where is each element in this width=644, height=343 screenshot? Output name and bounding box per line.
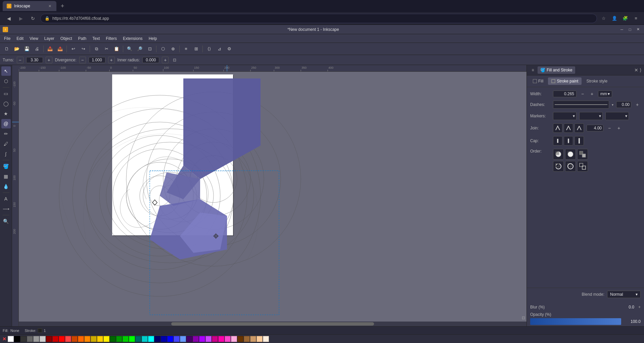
blur-plus-btn[interactable]: +: [638, 305, 641, 309]
back-button[interactable]: ◀: [4, 14, 13, 23]
zoom-tool[interactable]: 🔍: [1, 217, 11, 226]
dropper-tool[interactable]: 💧: [1, 182, 11, 191]
turns-plus-btn[interactable]: +: [46, 57, 52, 63]
gradient-tool[interactable]: ▦: [1, 172, 11, 181]
color-swatch-blue1[interactable]: [154, 336, 160, 342]
color-swatch-purple3[interactable]: [199, 336, 205, 342]
order-btn-4[interactable]: [553, 161, 564, 172]
canvas-wrapper[interactable]: -200 -150 -100 -50 0 50 100: [12, 65, 526, 326]
opacity-bar[interactable]: [530, 318, 621, 325]
color-swatch-orange2[interactable]: [78, 336, 84, 342]
settings-btn[interactable]: ⚙: [225, 44, 234, 54]
order-btn-5[interactable]: [565, 161, 576, 172]
color-swatch-red1[interactable]: [46, 336, 52, 342]
layers-btn[interactable]: ⊞: [191, 44, 201, 54]
tab-close-btn[interactable]: ✕: [47, 3, 52, 9]
remove-color-btn[interactable]: ✕: [1, 336, 7, 342]
order-btn-1[interactable]: [553, 149, 564, 160]
cap-butt-btn[interactable]: [553, 136, 562, 146]
color-swatch-gray2[interactable]: [27, 336, 33, 342]
inner-radius-plus-btn[interactable]: +: [162, 57, 169, 63]
new-tab-button[interactable]: +: [58, 1, 67, 11]
dashes-plus-btn[interactable]: +: [634, 101, 641, 108]
save-btn[interactable]: 💾: [22, 44, 32, 54]
join-minus-btn[interactable]: −: [606, 125, 613, 131]
cap-round-btn[interactable]: [564, 136, 573, 146]
tab-stroke-paint[interactable]: Stroke paint: [548, 77, 582, 85]
menu-filters[interactable]: Filters: [103, 36, 120, 42]
xml-btn[interactable]: ⟨⟩: [204, 44, 214, 54]
menu-icon[interactable]: ≡: [632, 14, 640, 22]
color-swatch-black[interactable]: [14, 336, 20, 342]
marker-mid-select[interactable]: ▾: [579, 112, 603, 120]
paste-btn[interactable]: 📋: [112, 44, 121, 54]
order-btn-6[interactable]: [577, 161, 588, 172]
color-swatch-white[interactable]: [8, 336, 14, 342]
bucket-tool[interactable]: 🪣: [1, 162, 11, 171]
marker-end-select[interactable]: ▾: [605, 112, 629, 120]
color-swatch-pink2[interactable]: [218, 336, 224, 342]
copy-btn[interactable]: ⧉: [92, 44, 101, 54]
color-swatch-purple1[interactable]: [186, 336, 192, 342]
color-swatch-orange3[interactable]: [84, 336, 90, 342]
color-swatch-red4[interactable]: [65, 336, 71, 342]
select-tool[interactable]: ↖: [1, 66, 11, 76]
menu-path[interactable]: Path: [76, 36, 89, 42]
text-tool[interactable]: A: [1, 194, 11, 204]
width-input[interactable]: [553, 91, 577, 97]
export-btn[interactable]: 📤: [55, 44, 65, 54]
connector-tool[interactable]: ⟶: [1, 204, 11, 214]
color-swatch-green4[interactable]: [129, 336, 135, 342]
color-swatch-cyan2[interactable]: [142, 336, 148, 342]
transform-btn[interactable]: ⊿: [215, 44, 224, 54]
close-button[interactable]: ✕: [635, 26, 641, 33]
node-btn[interactable]: ⬡: [158, 44, 168, 54]
menu-object[interactable]: Object: [58, 36, 75, 42]
color-swatch-yellow1[interactable]: [91, 336, 97, 342]
node-tool[interactable]: ⬡: [1, 76, 11, 86]
dashes-value-input[interactable]: [616, 101, 631, 108]
maximize-button[interactable]: □: [627, 26, 633, 33]
width-minus-btn[interactable]: −: [579, 91, 586, 97]
divergence-plus-btn[interactable]: +: [108, 57, 115, 63]
color-swatch-red2[interactable]: [52, 336, 58, 342]
panel-expander-btn[interactable]: ⟩: [640, 67, 641, 73]
dashes-dropdown-arrow[interactable]: ▾: [612, 103, 613, 107]
order-btn-3[interactable]: [577, 149, 588, 160]
join-plus-btn[interactable]: +: [615, 125, 622, 131]
color-swatch-purple2[interactable]: [193, 336, 199, 342]
color-swatch-blue4[interactable]: [174, 336, 180, 342]
join-round-btn[interactable]: [564, 123, 573, 133]
cut-btn[interactable]: ✂: [102, 44, 111, 54]
order-btn-2[interactable]: [565, 149, 576, 160]
reset-spiral-btn[interactable]: ⊡: [171, 57, 178, 63]
turns-minus-btn[interactable]: −: [17, 57, 24, 63]
menu-file[interactable]: File: [1, 36, 13, 42]
menu-text[interactable]: Text: [90, 36, 102, 42]
page-expand-icon[interactable]: ⊡: [522, 316, 525, 320]
open-btn[interactable]: 📂: [12, 44, 21, 54]
menu-layer[interactable]: Layer: [42, 36, 57, 42]
redo-btn[interactable]: ↪: [79, 44, 88, 54]
color-swatch-blue3[interactable]: [167, 336, 173, 342]
ellipse-tool[interactable]: ◯: [1, 99, 11, 108]
color-swatch-blue2[interactable]: [161, 336, 167, 342]
width-plus-btn[interactable]: +: [589, 91, 595, 97]
color-swatch-green3[interactable]: [123, 336, 129, 342]
layers-panel-icon[interactable]: ≡: [530, 67, 536, 73]
color-swatch-gray1[interactable]: [20, 336, 27, 342]
width-unit-select[interactable]: mm ▾: [598, 91, 612, 97]
color-swatch-skin3[interactable]: [263, 336, 269, 342]
cap-square-btn[interactable]: [574, 136, 584, 146]
extensions-icon[interactable]: 🧩: [621, 14, 629, 22]
fill-stroke-tab[interactable]: 🪣 Fill and Stroke: [538, 66, 575, 74]
import-btn[interactable]: 📥: [45, 44, 55, 54]
dashes-select[interactable]: [553, 101, 609, 109]
undo-btn[interactable]: ↩: [68, 44, 78, 54]
pen-tool[interactable]: 🖊: [1, 139, 11, 149]
color-swatch-cyan1[interactable]: [135, 336, 141, 342]
pencil-tool[interactable]: ✏: [1, 129, 11, 138]
color-swatch-yellow3[interactable]: [103, 336, 109, 342]
browser-tab-inkscape[interactable]: I Inkscape ✕: [3, 1, 56, 11]
color-swatch-brown1[interactable]: [237, 336, 243, 342]
